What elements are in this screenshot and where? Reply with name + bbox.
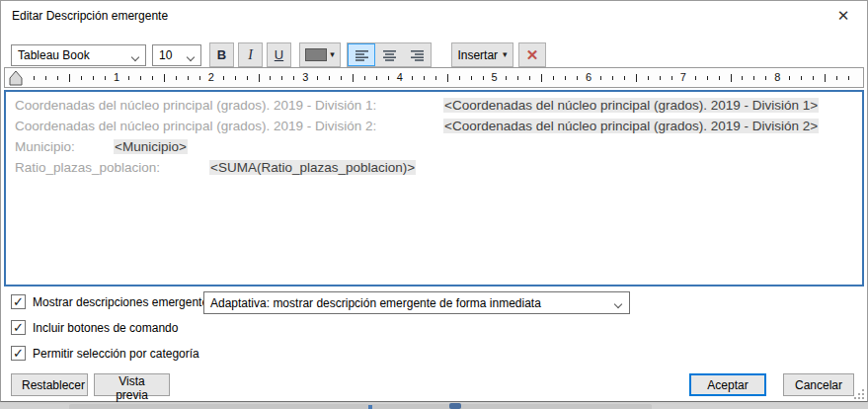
background-band <box>69 404 652 409</box>
dialog-title: Editar Descripción emergente <box>12 9 168 23</box>
editor-line: Municipio:<Municipio> <box>15 139 862 160</box>
dialog-titlebar: Editar Descripción emergente ✕ <box>1 1 867 31</box>
edit-tooltip-dialog: Editar Descripción emergente ✕ Tableau B… <box>0 0 868 402</box>
close-button[interactable]: ✕ <box>824 1 863 30</box>
tooltip-editor[interactable]: Coordenadas del núcleo principal (grados… <box>4 90 864 286</box>
field-placeholder[interactable]: <Municipio> <box>114 139 188 154</box>
background-mark <box>368 405 372 409</box>
field-label: Coordenadas del núcleo principal (grados… <box>15 98 443 113</box>
underline-button[interactable]: U <box>267 42 291 67</box>
align-center-button[interactable] <box>375 43 403 66</box>
dropdown-arrow-icon: ▾ <box>330 50 335 59</box>
background-app-strip <box>0 403 868 409</box>
resize-grip[interactable] <box>854 389 864 399</box>
delete-icon: ✕ <box>526 47 539 62</box>
align-left-button[interactable] <box>348 43 375 66</box>
checkmark-icon: ✓ <box>13 321 24 334</box>
editor-line: Ratio_plazas_poblacion:<SUMA(Ratio_plaza… <box>15 160 862 181</box>
reset-button[interactable]: Restablecer <box>11 373 88 396</box>
include-buttons-row: ✓ Incluir botones de comando <box>11 320 178 335</box>
screenshot-root: Editar Descripción emergente ✕ Tableau B… <box>0 0 868 409</box>
alignment-group <box>347 42 432 67</box>
color-swatch <box>305 48 327 61</box>
italic-button[interactable]: I <box>238 42 263 67</box>
editor-line: Coordenadas del núcleo principal (grados… <box>15 98 862 119</box>
indent-marker[interactable] <box>9 70 23 86</box>
show-tooltips-label: Mostrar descripciones emergentes <box>33 295 214 309</box>
font-size-value: 10 <box>159 48 172 62</box>
include-buttons-checkbox[interactable]: ✓ <box>11 320 26 335</box>
cancel-button[interactable]: Cancelar <box>783 373 854 396</box>
align-center-icon <box>382 49 397 61</box>
close-icon: ✕ <box>837 8 850 23</box>
allow-selection-label: Permitir selección por categoría <box>33 347 199 361</box>
field-placeholder[interactable]: <Coordenadas del núcleo principal (grado… <box>443 119 819 133</box>
align-right-icon <box>410 49 425 61</box>
checkmark-icon: ✓ <box>13 347 24 360</box>
insert-button-label: Insertar <box>457 48 498 62</box>
underline-icon: U <box>275 47 283 62</box>
allow-selection-row: ✓ Permitir selección por categoría <box>11 346 199 361</box>
align-right-button[interactable] <box>403 43 431 66</box>
insert-button[interactable]: Insertar ▾ <box>451 42 513 67</box>
show-tooltips-checkbox[interactable]: ✓ <box>11 294 26 309</box>
show-tooltips-row: ✓ Mostrar descripciones emergentes <box>11 294 214 309</box>
bold-button[interactable]: B <box>209 42 234 67</box>
checkmark-icon: ✓ <box>13 295 24 308</box>
ok-button[interactable]: Aceptar <box>689 373 766 396</box>
editor-line: Coordenadas del núcleo principal (grados… <box>15 119 862 139</box>
delete-button[interactable]: ✕ <box>518 42 546 67</box>
font-size-select[interactable]: 10 <box>152 44 201 66</box>
field-label: Ratio_plazas_poblacion: <box>15 160 209 175</box>
field-label: Municipio: <box>15 139 114 154</box>
background-mark <box>449 403 461 409</box>
tooltip-behavior-select[interactable]: Adaptativa: mostrar descripción emergent… <box>203 291 630 314</box>
align-left-icon <box>355 49 369 61</box>
field-label: Coordenadas del núcleo principal (grados… <box>15 119 443 133</box>
dropdown-arrow-icon: ▾ <box>503 50 508 59</box>
include-buttons-label: Incluir botones de comando <box>33 321 178 335</box>
ruler: 12345678 <box>4 67 864 88</box>
chevron-down-icon <box>131 53 139 61</box>
font-family-value: Tableau Book <box>18 48 90 62</box>
chevron-down-icon <box>187 53 195 61</box>
font-family-select[interactable]: Tableau Book <box>11 44 146 66</box>
chevron-down-icon <box>614 300 622 308</box>
italic-icon: I <box>248 47 253 63</box>
bold-icon: B <box>217 47 226 62</box>
tooltip-behavior-value: Adaptativa: mostrar descripción emergent… <box>210 296 541 310</box>
allow-selection-checkbox[interactable]: ✓ <box>11 346 26 361</box>
field-placeholder[interactable]: <Coordenadas del núcleo principal (grado… <box>443 98 819 113</box>
field-placeholder[interactable]: <SUMA(Ratio_plazas_poblacion)> <box>209 160 416 175</box>
preview-button[interactable]: Vista previa <box>94 373 170 396</box>
ruler-track: 12345678 <box>5 68 863 87</box>
text-color-button[interactable]: ▾ <box>299 42 341 67</box>
